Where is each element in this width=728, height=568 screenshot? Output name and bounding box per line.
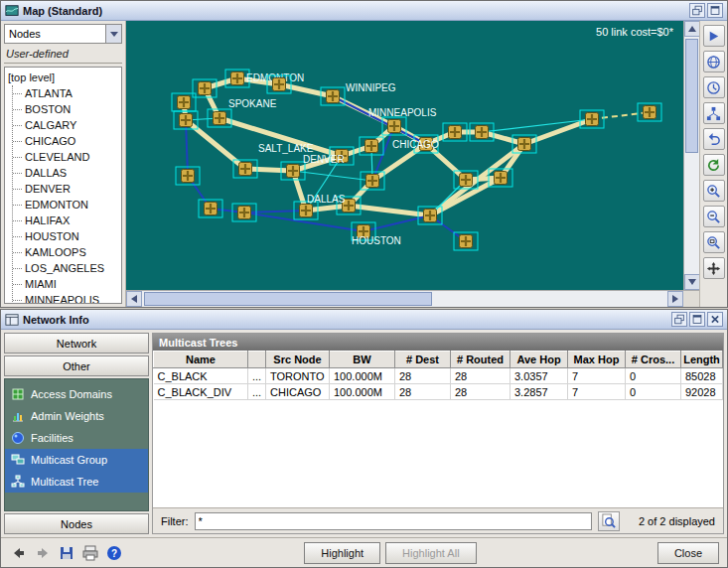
scroll-left-button[interactable]	[126, 291, 142, 307]
table-row[interactable]: C_BLACK_DIV...CHICAGO100.000M28283.28577…	[154, 384, 723, 400]
map-window-titlebar[interactable]: Map (Standard)	[1, 1, 727, 21]
info-window-titlebar[interactable]: Network Info	[1, 310, 727, 330]
map-canvas[interactable]: EDMONTONSPOKANEWINNIPEGMINNEAPOLISCHICAG…	[126, 21, 683, 290]
arrow-right-button[interactable]	[703, 25, 725, 47]
table-cell: 28	[451, 384, 510, 400]
pan-button[interactable]	[703, 257, 725, 279]
maximize-button[interactable]	[707, 3, 723, 18]
tree-item-houston[interactable]: HOUSTON	[13, 228, 121, 244]
map-window: Map (Standard) Nodes User-defined [top l…	[0, 0, 728, 308]
tree-item-cleveland[interactable]: CLEVELAND	[13, 149, 121, 165]
column-header--dest[interactable]: # Dest	[395, 352, 451, 368]
filter-search-button[interactable]	[598, 511, 620, 531]
topology-button[interactable]	[703, 102, 725, 124]
tree-item-halifax[interactable]: HALIFAX	[13, 213, 121, 228]
save-button[interactable]	[57, 543, 75, 562]
scroll-right-button[interactable]	[667, 291, 683, 307]
column-header-length[interactable]: Length	[681, 352, 723, 368]
back-button[interactable]	[9, 543, 28, 562]
tree-root-item[interactable]: [top level]	[8, 70, 121, 85]
hscroll-thumb[interactable]	[144, 292, 432, 306]
scroll-down-button[interactable]	[684, 274, 700, 290]
svg-text:?: ?	[110, 548, 116, 559]
hscroll-track[interactable]	[142, 291, 667, 307]
forward-button[interactable]	[33, 543, 52, 562]
zoom-in-button[interactable]	[703, 180, 725, 202]
scroll-up-button[interactable]	[684, 21, 700, 37]
maximize-button[interactable]	[689, 312, 705, 327]
map-horizontal-scrollbar[interactable]	[126, 290, 683, 307]
tree-guide	[13, 300, 22, 301]
sidebar-item-admin-weights[interactable]: Admin Weights	[5, 405, 148, 427]
tree-item-kamloops[interactable]: KAMLOOPS	[13, 244, 121, 260]
tree-item-minneapolis[interactable]: MINNEAPOLIS	[13, 292, 121, 304]
close-button[interactable]: Close	[657, 542, 719, 564]
tree-item-chicago[interactable]: CHICAGO	[13, 133, 121, 149]
vscroll-track[interactable]	[684, 37, 699, 274]
column-header-name[interactable]: Name	[154, 352, 248, 368]
vscroll-thumb[interactable]	[685, 39, 698, 153]
column-header-bw[interactable]: BW	[330, 352, 395, 368]
map-vertical-scrollbar[interactable]	[683, 21, 699, 290]
column-header--routed[interactable]: # Routed	[451, 352, 510, 368]
combo-arrow-icon[interactable]	[105, 25, 121, 43]
column-header--cros-[interactable]: # Cros...	[626, 352, 681, 368]
tree-item-dallas[interactable]: DALLAS	[13, 165, 121, 181]
column-header-ave-hop[interactable]: Ave Hop	[510, 352, 568, 368]
nodes-combo[interactable]: Nodes	[4, 24, 122, 44]
sidebar-item-multicast-group[interactable]: Multicast Group	[5, 449, 148, 471]
map-node[interactable]	[176, 167, 200, 185]
tree-guide	[13, 93, 22, 94]
sidebar-item-facilities[interactable]: Facilities	[5, 427, 148, 449]
highlight-button[interactable]: Highlight	[304, 542, 380, 564]
map-region: EDMONTONSPOKANEWINNIPEGMINNEAPOLISCHICAG…	[126, 21, 699, 307]
tree-item-label: HOUSTON	[25, 228, 79, 244]
map-node[interactable]	[172, 93, 196, 111]
redo-button[interactable]	[703, 154, 725, 176]
tree-item-label: CLEVELAND	[25, 149, 89, 165]
filter-input[interactable]	[195, 512, 592, 530]
table-cell: 100.000M	[330, 384, 395, 400]
highlight-all-button[interactable]: Highlight All	[385, 542, 476, 564]
tree-item-edmonton[interactable]: EDMONTON	[13, 197, 121, 213]
tree-guide	[13, 125, 22, 126]
tree-item-atlanta[interactable]: ATLANTA	[13, 85, 121, 101]
sidebar-item-multicast-tree[interactable]: Multicast Tree	[5, 471, 148, 493]
section-other-button[interactable]: Other	[4, 355, 149, 376]
float-button[interactable]	[671, 312, 687, 327]
map-node[interactable]	[638, 103, 661, 121]
tree-item-label: CALGARY	[25, 117, 76, 133]
column-header-max-hop[interactable]: Max Hop	[568, 352, 626, 368]
tree-item-label: MIAMI	[25, 276, 57, 292]
map-window-icon	[5, 4, 19, 18]
map-link-blue	[364, 215, 430, 231]
table-cell: 28	[395, 384, 451, 400]
table-cell: 3.0357	[510, 368, 568, 384]
tree-item-miami[interactable]: MIAMI	[13, 276, 121, 292]
table-row[interactable]: C_BLACK...TORONTO100.000M28283.035770850…	[154, 368, 723, 384]
column-header-src-node[interactable]: Src Node	[266, 352, 330, 368]
tree-item-los-angeles[interactable]: LOS_ANGELES	[13, 260, 121, 276]
section-nodes-button[interactable]: Nodes	[4, 513, 149, 534]
tree-item-calgary[interactable]: CALGARY	[13, 117, 121, 133]
undo-button[interactable]	[703, 128, 725, 150]
print-button[interactable]	[80, 543, 99, 562]
tree-item-denver[interactable]: DENVER	[13, 181, 121, 197]
close-button[interactable]	[707, 312, 723, 327]
zoom-out-button[interactable]	[703, 206, 725, 227]
network-info-window: Network Info NetworkOther Access Domains…	[0, 309, 728, 568]
section-network-button[interactable]: Network	[4, 333, 149, 354]
sidebar-item-access-domains[interactable]: Access Domains	[5, 383, 148, 405]
map-node[interactable]	[580, 110, 604, 128]
tree-item-boston[interactable]: BOSTON	[13, 101, 121, 117]
map-node-label: HOUSTON	[352, 235, 401, 246]
clock-button[interactable]	[703, 76, 725, 98]
float-button[interactable]	[689, 3, 705, 18]
column-header-blank[interactable]	[248, 352, 266, 368]
globe-button[interactable]	[703, 51, 725, 72]
sidebar-item-label: Access Domains	[31, 388, 112, 400]
help-button[interactable]: ?	[104, 543, 123, 562]
zoom-fit-button[interactable]	[703, 231, 725, 253]
node-tree: [top level] ATLANTABOSTONCALGARYCHICAGOC…	[4, 67, 122, 304]
access-domains-icon	[11, 387, 25, 401]
